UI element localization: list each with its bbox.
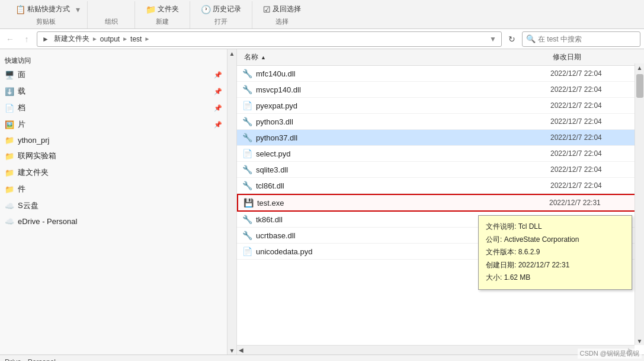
open-section: 🕐 历史记录 打开 xyxy=(190,1,252,28)
file-icon-python37: 🔧 xyxy=(242,132,252,143)
sidebar-scroll-down[interactable]: ▼ xyxy=(228,346,236,354)
file-date-python37: 2022/12/7 22:04 xyxy=(550,133,639,142)
new-folder-label: 文件夹 xyxy=(158,4,179,14)
file-date-sqlite: 2022/12/7 22:04 xyxy=(550,165,639,174)
sidebar-item-documents[interactable]: 📄 档 📌 xyxy=(0,100,227,116)
organize-label: 组织 xyxy=(105,17,118,27)
file-name-select: select.pyd xyxy=(256,149,547,158)
file-date-test-exe: 2022/12/7 22:31 xyxy=(549,199,638,207)
watermark: CSDN @锅锅是锅锅 xyxy=(578,349,642,359)
table-row-test-exe[interactable]: 💾 test.exe 2022/12/7 22:31 xyxy=(237,194,644,212)
file-icon-unicode: 📄 xyxy=(242,246,252,257)
sidebar-item-files[interactable]: 📁 件 xyxy=(0,181,227,197)
file-list-hscrollbar[interactable]: ◀ ▶ xyxy=(237,345,635,354)
sidebar-item-edrive[interactable]: ☁️ eDrive - Personal xyxy=(0,214,227,229)
file-icon-msvcp: 🔧 xyxy=(242,84,252,95)
path-arrow: ► xyxy=(42,35,49,43)
select-icon: ☑ xyxy=(263,5,271,14)
sidebar-item-downloads[interactable]: ⬇️ 载 📌 xyxy=(0,83,227,100)
tooltip-company: 公司: ActiveState Corporation xyxy=(486,234,624,247)
file-icon-tk: 🔧 xyxy=(242,214,252,225)
table-row[interactable]: 📄 pyexpat.pyd 2022/12/7 22:04 xyxy=(237,98,644,114)
path-output[interactable]: output xyxy=(100,35,120,43)
select-all-button[interactable]: ☑ 及回选择 xyxy=(259,2,305,16)
status-bar: Drive - Personal xyxy=(0,354,644,361)
path-new-folder[interactable]: 新建文件夹 xyxy=(54,34,89,44)
sidebar-scroll-up[interactable]: ▲ xyxy=(228,49,236,57)
history-button[interactable]: 🕐 历史记录 xyxy=(197,2,245,16)
history-label: 历史记录 xyxy=(213,4,241,14)
vscroll-up[interactable]: ▲ xyxy=(636,63,644,72)
file-icon-ucrt: 🔧 xyxy=(242,230,252,241)
back-button[interactable]: ← xyxy=(4,33,17,46)
sidebar-item-s-cloud[interactable]: ☁️ S云盘 xyxy=(0,197,227,214)
sidebar-item-network-lab-label: 联网实验箱 xyxy=(18,151,222,161)
sidebar-item-python-prj[interactable]: 📁 ython_prj xyxy=(0,133,227,148)
new-section: 📁 文件夹 新建 xyxy=(135,1,190,28)
python-prj-icon: 📁 xyxy=(5,136,14,145)
path-dropdown-button[interactable]: ▼ xyxy=(489,35,496,43)
main-content: ▲ ▼ 快速访问 🖥️ 面 📌 ⬇️ 载 📌 📄 档 xyxy=(0,49,644,354)
tooltip-version: 文件版本: 8.6.2.9 xyxy=(486,246,624,259)
sidebar-item-pictures[interactable]: 🖼️ 片 📌 xyxy=(0,116,227,133)
sidebar-item-network-lab[interactable]: 📁 联网实验箱 xyxy=(0,148,227,164)
desktop-icon: 🖥️ xyxy=(5,71,14,79)
file-date-python3: 2022/12/7 22:04 xyxy=(550,117,639,126)
files-icon: 📁 xyxy=(5,185,14,194)
file-name-python3: python3.dll xyxy=(256,117,547,126)
address-bar: ← ↑ ► ​ 新建文件夹 ► output ► test ► ▼ ↻ 🔍 xyxy=(0,29,644,49)
tooltip-description: 文件说明: Tcl DLL xyxy=(486,221,624,234)
file-icon-select: 📄 xyxy=(242,148,252,159)
col-name-label: 名称 xyxy=(244,52,258,62)
s-cloud-icon: ☁️ xyxy=(5,202,14,210)
forward-button[interactable]: ↑ xyxy=(20,33,33,46)
sidebar-item-downloads-label: 载 xyxy=(18,86,210,97)
refresh-button[interactable]: ↻ xyxy=(505,33,518,46)
search-box[interactable]: 🔍 xyxy=(522,31,640,47)
sidebar-item-new-folder[interactable]: 📁 建文件夹 xyxy=(0,164,227,181)
paste-shortcut-button[interactable]: 📋 粘贴快捷方式 xyxy=(12,2,73,16)
open-label: 打开 xyxy=(214,17,228,27)
vscroll-down[interactable]: ▼ xyxy=(636,337,644,345)
select-label: 选择 xyxy=(275,17,289,27)
table-row[interactable]: 🔧 mfc140u.dll 2022/12/7 22:04 xyxy=(237,66,644,82)
file-date-select: 2022/12/7 22:04 xyxy=(550,149,639,158)
table-row[interactable]: 📄 select.pyd 2022/12/7 22:04 xyxy=(237,146,644,162)
col-header-name[interactable]: 名称 ▲ xyxy=(242,51,550,63)
col-header-date[interactable]: 修改日期 xyxy=(550,51,639,63)
sidebar-item-files-label: 件 xyxy=(18,184,222,194)
file-icon-test-exe: 💾 xyxy=(243,197,254,208)
toolbar: 📋 粘贴快捷方式 ▾ 剪贴板 组织 📁 文件夹 新建 🕐 xyxy=(0,0,644,29)
file-list-vscrollbar[interactable]: ▲ ▼ xyxy=(635,63,644,345)
organize-section: 组织 xyxy=(88,1,135,28)
path-test[interactable]: test xyxy=(130,35,142,43)
path-chevron-2: ► xyxy=(122,36,128,42)
sidebar-item-desktop[interactable]: 🖥️ 面 📌 xyxy=(0,66,227,83)
file-list: 名称 ▲ 修改日期 🔧 mfc140u.dll 2022/12/7 22:04 … xyxy=(237,49,644,354)
paste-dropdown-icon[interactable]: ▾ xyxy=(76,5,80,14)
sidebar-item-documents-label: 档 xyxy=(18,103,210,113)
sidebar-item-pictures-label: 片 xyxy=(18,119,210,130)
file-name-sqlite: sqlite3.dll xyxy=(256,165,547,174)
file-icon-sqlite: 🔧 xyxy=(242,164,252,175)
pin-icon-documents: 📌 xyxy=(214,104,222,112)
vscroll-thumb[interactable] xyxy=(636,74,643,98)
table-row[interactable]: 🔧 msvcp140.dll 2022/12/7 22:04 xyxy=(237,82,644,98)
search-input[interactable] xyxy=(538,35,633,43)
address-path[interactable]: ► ​ 新建文件夹 ► output ► test ► ▼ xyxy=(37,31,502,47)
path-chevron-3: ► xyxy=(144,36,150,42)
history-icon: 🕐 xyxy=(201,5,211,14)
sidebar-scrollbar[interactable]: ▲ ▼ xyxy=(227,49,236,354)
file-date-mfc: 2022/12/7 22:04 xyxy=(550,69,639,78)
table-row[interactable]: 🔧 tcl86t.dll 2022/12/7 22:04 xyxy=(237,178,644,194)
sidebar-items: 快速访问 🖥️ 面 📌 ⬇️ 载 📌 📄 档 📌 🖼️ xyxy=(0,49,236,231)
new-folder-button[interactable]: 📁 文件夹 xyxy=(142,2,182,16)
file-icon-pyexpat: 📄 xyxy=(242,100,252,111)
pictures-icon: 🖼️ xyxy=(5,120,14,129)
file-name-python37: python37.dll xyxy=(256,133,547,142)
sidebar-item-edrive-label: eDrive - Personal xyxy=(18,217,222,226)
table-row[interactable]: 🔧 sqlite3.dll 2022/12/7 22:04 xyxy=(237,162,644,178)
hscroll-left[interactable]: ◀ xyxy=(237,346,245,354)
table-row[interactable]: 🔧 python3.dll 2022/12/7 22:04 xyxy=(237,114,644,130)
table-row[interactable]: 🔧 python37.dll 2022/12/7 22:04 xyxy=(237,130,644,146)
